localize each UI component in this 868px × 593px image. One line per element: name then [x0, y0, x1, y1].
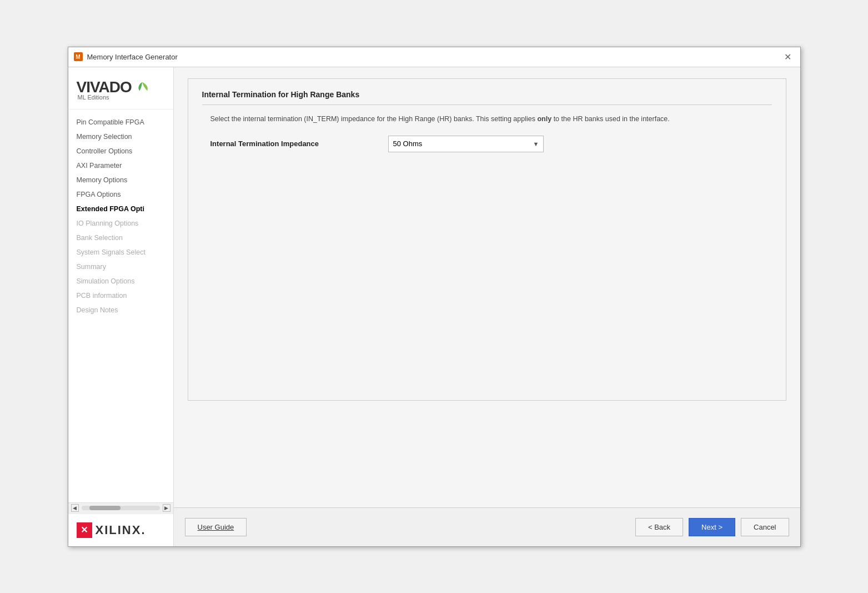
- bottom-right-buttons: < Back Next > Cancel: [635, 518, 789, 536]
- sidebar-item-io-planning-options: IO Planning Options: [68, 216, 173, 231]
- leaf-icon: [134, 79, 150, 95]
- main-area: VIVADO ML Editions Pin Compatible FPGA M…: [68, 67, 800, 546]
- sidebar-item-bank-selection: Bank Selection: [68, 231, 173, 245]
- bottom-bar: User Guide < Back Next > Cancel: [174, 507, 800, 546]
- close-button[interactable]: ✕: [781, 50, 795, 63]
- window-title: Memory Interface Generator: [87, 53, 178, 61]
- vivado-text: VIVADO: [77, 78, 132, 96]
- scroll-right-button[interactable]: ▶: [163, 504, 170, 512]
- select-wrapper: 50 Ohms 75 Ohms 40 Ohms Disabled ▼: [388, 136, 544, 152]
- sidebar-item-memory-options[interactable]: Memory Options: [68, 173, 173, 187]
- sidebar-item-extended-fpga-options[interactable]: Extended FPGA Opti: [68, 202, 173, 216]
- user-guide-button[interactable]: User Guide: [185, 518, 247, 536]
- sidebar-item-system-signals-select: System Signals Select: [68, 245, 173, 260]
- title-bar-left: M Memory Interface Generator: [74, 52, 178, 61]
- form-row: Internal Termination Impedance 50 Ohms 7…: [202, 136, 772, 152]
- termination-impedance-select[interactable]: 50 Ohms 75 Ohms 40 Ohms Disabled: [388, 136, 544, 152]
- sidebar-item-axi-parameter[interactable]: AXI Parameter: [68, 158, 173, 173]
- section-title: Internal Termination for High Range Bank…: [202, 90, 772, 105]
- sidebar-item-pin-compatible[interactable]: Pin Compatible FPGA: [68, 115, 173, 129]
- app-icon: M: [74, 52, 83, 61]
- sidebar-nav: Pin Compatible FPGA Memory Selection Con…: [68, 109, 173, 502]
- xilinx-x-icon: ✕: [77, 522, 92, 538]
- description-text: Select the internal termination (IN_TERM…: [202, 113, 772, 124]
- sidebar-item-simulation-options: Simulation Options: [68, 274, 173, 288]
- form-label: Internal Termination Impedance: [210, 139, 388, 148]
- description-part2: to the HR banks used in the interface.: [554, 115, 670, 123]
- sidebar-item-design-notes: Design Notes: [68, 303, 173, 317]
- description-part1: Select the internal termination (IN_TERM…: [210, 115, 535, 123]
- sidebar-logo: VIVADO ML Editions: [68, 67, 173, 109]
- sidebar: VIVADO ML Editions Pin Compatible FPGA M…: [68, 67, 174, 546]
- content-area: Internal Termination for High Range Bank…: [174, 67, 800, 546]
- xilinx-logo: ✕ XILINX.: [77, 522, 165, 538]
- scroll-left-button[interactable]: ◀: [71, 504, 79, 512]
- content-main: Internal Termination for High Range Bank…: [174, 67, 800, 507]
- back-button[interactable]: < Back: [635, 518, 683, 536]
- main-window: M Memory Interface Generator ✕ VIVADO ML…: [68, 47, 801, 547]
- xilinx-logo-area: ✕ XILINX.: [68, 514, 173, 546]
- scroll-track: [82, 506, 160, 510]
- sidebar-scrollbar: ◀ ▶: [68, 502, 173, 514]
- sidebar-item-memory-selection[interactable]: Memory Selection: [68, 129, 173, 144]
- title-bar: M Memory Interface Generator ✕: [68, 47, 800, 67]
- sidebar-item-summary: Summary: [68, 260, 173, 274]
- sidebar-item-pcb-information: PCB information: [68, 288, 173, 303]
- sidebar-item-fpga-options[interactable]: FPGA Options: [68, 187, 173, 202]
- scroll-thumb[interactable]: [89, 506, 121, 510]
- next-button[interactable]: Next >: [689, 518, 735, 536]
- cancel-button[interactable]: Cancel: [741, 518, 789, 536]
- xilinx-text: XILINX.: [96, 523, 146, 537]
- sidebar-item-controller-options[interactable]: Controller Options: [68, 144, 173, 158]
- content-box: Internal Termination for High Range Bank…: [188, 78, 786, 401]
- description-bold: only: [537, 115, 551, 123]
